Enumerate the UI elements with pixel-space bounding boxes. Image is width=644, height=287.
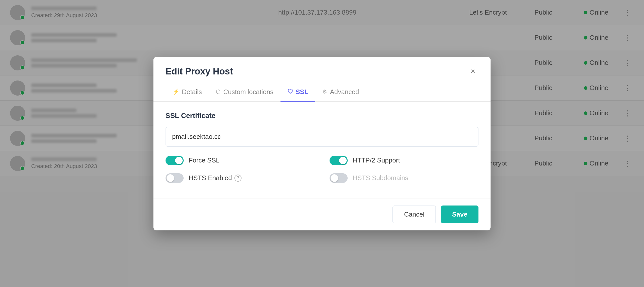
hsts-subdomains-row: HSTS Subdomains: [330, 173, 478, 183]
toggle-grid: Force SSL HTTP/2 Support: [166, 156, 478, 183]
toggle-knob: [167, 174, 174, 182]
tab-advanced-label: Advanced: [330, 88, 359, 96]
hsts-label-group: HSTS Enabled ?: [189, 174, 242, 182]
toggle-knob: [339, 157, 347, 164]
save-button[interactable]: Save: [441, 206, 478, 223]
tab-ssl[interactable]: 🛡 SSL: [280, 83, 315, 102]
tab-details-label: Details: [182, 88, 202, 96]
ssl-certificate-input[interactable]: [166, 127, 478, 147]
force-ssl-row: Force SSL: [166, 156, 314, 165]
tab-custom-locations[interactable]: ⬡ Custom locations: [209, 83, 280, 102]
layers-icon: ⬡: [216, 89, 221, 95]
cancel-button[interactable]: Cancel: [392, 206, 436, 223]
modal-tabs: ⚡ Details ⬡ Custom locations 🛡 SSL ⚙ Adv…: [153, 83, 491, 102]
hsts-enabled-toggle[interactable]: [166, 173, 184, 183]
hsts-enabled-row: HSTS Enabled ?: [166, 173, 314, 183]
edit-proxy-host-modal: Edit Proxy Host × ⚡ Details ⬡ Custom loc…: [153, 57, 491, 230]
shield-icon: 🛡: [288, 89, 293, 95]
hsts-enabled-label: HSTS Enabled: [189, 174, 232, 182]
toggle-knob: [331, 174, 338, 182]
close-button[interactable]: ×: [467, 66, 478, 77]
modal-overlay: Edit Proxy Host × ⚡ Details ⬡ Custom loc…: [0, 0, 644, 287]
lightning-icon: ⚡: [173, 89, 179, 95]
http2-row: HTTP/2 Support: [330, 156, 478, 165]
tab-advanced[interactable]: ⚙ Advanced: [315, 83, 366, 102]
gear-icon: ⚙: [322, 89, 327, 95]
hsts-subdomains-label: HSTS Subdomains: [353, 174, 408, 182]
modal-title: Edit Proxy Host: [166, 66, 233, 77]
modal-footer: Cancel Save: [153, 198, 491, 230]
hsts-subdomains-toggle[interactable]: [330, 173, 348, 183]
tab-ssl-label: SSL: [296, 88, 308, 96]
http2-label: HTTP/2 Support: [353, 156, 400, 164]
tab-custom-locations-label: Custom locations: [223, 88, 273, 96]
tab-details[interactable]: ⚡ Details: [166, 83, 209, 102]
modal-header: Edit Proxy Host ×: [153, 57, 491, 77]
modal-body: SSL Certificate Force SSL: [153, 102, 491, 198]
toggle-knob: [175, 157, 183, 164]
help-icon[interactable]: ?: [234, 175, 242, 182]
force-ssl-toggle[interactable]: [166, 156, 184, 165]
http2-toggle[interactable]: [330, 156, 348, 165]
ssl-section-label: SSL Certificate: [166, 112, 478, 120]
force-ssl-label: Force SSL: [189, 156, 220, 164]
